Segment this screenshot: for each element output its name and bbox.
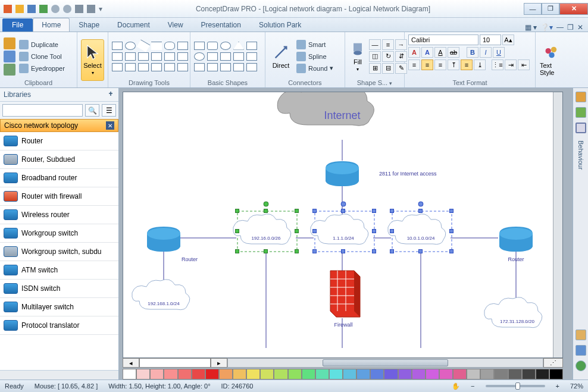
- tab-presentation[interactable]: Presentation: [192, 18, 250, 32]
- styles-icon[interactable]: [576, 107, 586, 118]
- pin-icon[interactable]: [107, 90, 115, 99]
- hscrollbar[interactable]: [227, 358, 543, 368]
- color-swatch[interactable]: [508, 369, 522, 380]
- save-icon[interactable]: [39, 5, 48, 13]
- font-family-select[interactable]: [408, 35, 478, 45]
- copy-icon[interactable]: [4, 51, 15, 62]
- library-scrollbar[interactable]: [0, 370, 118, 380]
- color-swatch[interactable]: [536, 369, 549, 380]
- color-swatch[interactable]: [453, 369, 467, 380]
- firewall[interactable]: [330, 271, 360, 317]
- behaviour-icon[interactable]: [576, 123, 586, 133]
- fill-button[interactable]: Fill▾: [349, 36, 367, 77]
- library-options-button[interactable]: ☰: [102, 104, 116, 117]
- color-swatch[interactable]: [467, 369, 480, 380]
- snap-icon[interactable]: [87, 5, 95, 13]
- color-swatch[interactable]: [439, 369, 453, 380]
- undo-icon[interactable]: [51, 5, 60, 13]
- doc-restore-button[interactable]: ❐: [567, 23, 574, 32]
- spline-connector-button[interactable]: Spline: [295, 51, 334, 62]
- router-left[interactable]: [147, 227, 180, 252]
- list-item[interactable]: Wireless router: [0, 206, 118, 224]
- color-swatch[interactable]: [192, 369, 205, 380]
- outdent-button[interactable]: ⇤: [518, 59, 530, 70]
- grid-icon[interactable]: [75, 5, 83, 13]
- list-item[interactable]: Router with firewall: [0, 187, 118, 206]
- close-category-button[interactable]: ✕: [106, 121, 114, 130]
- close-button[interactable]: ✕: [559, 3, 588, 15]
- strike-button[interactable]: ab: [448, 47, 459, 58]
- color-swatch[interactable]: [494, 369, 508, 380]
- grow-font-button[interactable]: A▴: [502, 35, 514, 45]
- duplicate-button[interactable]: Duplicate: [18, 39, 66, 50]
- color-swatch[interactable]: [164, 369, 177, 380]
- list-item[interactable]: Router: [0, 132, 118, 150]
- valign-bot-button[interactable]: ⤓: [474, 59, 486, 70]
- list-item[interactable]: Broadband router: [0, 169, 118, 187]
- highlight-button[interactable]: A: [421, 47, 433, 58]
- color-swatch[interactable]: [549, 369, 563, 380]
- text-style-button[interactable]: Text Style: [539, 39, 564, 81]
- maximize-button[interactable]: ❐: [542, 3, 559, 15]
- layers-icon[interactable]: [576, 92, 586, 102]
- list-item[interactable]: Protocol translator: [0, 316, 118, 335]
- file-tab[interactable]: File: [2, 18, 33, 32]
- color-swatch[interactable]: [246, 369, 260, 380]
- color-swatch[interactable]: [205, 369, 219, 380]
- list-item[interactable]: Router, Subdued: [0, 150, 118, 169]
- tab-solution-park[interactable]: Solution Park: [250, 18, 310, 32]
- page-tab[interactable]: [139, 358, 211, 368]
- list-item[interactable]: Workgroup switch, subdu: [0, 243, 118, 261]
- line-style-button[interactable]: —: [369, 39, 381, 50]
- zoom-out-button[interactable]: −: [471, 382, 474, 390]
- internet-cloud[interactable]: Internet: [277, 92, 374, 126]
- options-icon[interactable]: ▦ ▾: [525, 23, 537, 32]
- list-item[interactable]: ATM switch: [0, 261, 118, 280]
- window-icon[interactable]: [576, 345, 586, 356]
- color-swatch[interactable]: [343, 369, 356, 380]
- doc-close-button[interactable]: ✕: [577, 23, 583, 32]
- help-icon[interactable]: ❔▾: [540, 23, 553, 32]
- list-item[interactable]: Multilayer switch: [0, 298, 118, 316]
- shadow-button[interactable]: ◫: [369, 51, 381, 62]
- select-tool-button[interactable]: Select▾: [81, 39, 104, 81]
- tab-shape[interactable]: Shape: [70, 18, 108, 32]
- color-swatch[interactable]: [260, 369, 274, 380]
- canvas[interactable]: Internet 2811 for Internet access Router: [123, 92, 563, 358]
- brush-icon[interactable]: [576, 330, 586, 340]
- color-swatch[interactable]: [412, 369, 426, 380]
- color-swatch[interactable]: [219, 369, 233, 380]
- color-swatch[interactable]: [136, 369, 150, 380]
- tab-document[interactable]: Document: [108, 18, 159, 32]
- color-swatch[interactable]: [329, 369, 343, 380]
- smart-connector-button[interactable]: Smart: [295, 39, 334, 50]
- bold-button[interactable]: B: [467, 47, 478, 58]
- zoom-in-button[interactable]: +: [556, 382, 559, 390]
- list-item[interactable]: Workgroup switch: [0, 224, 118, 243]
- list-item[interactable]: ISDN switch: [0, 280, 118, 298]
- italic-button[interactable]: I: [480, 47, 492, 58]
- line-weight-button[interactable]: ≡: [382, 39, 394, 50]
- underline-btn2[interactable]: A: [434, 47, 446, 58]
- pan-icon[interactable]: ✋: [452, 382, 460, 390]
- page-tab-next[interactable]: ▸: [211, 358, 227, 368]
- library-category[interactable]: Cisco network topology ✕: [0, 119, 118, 132]
- open-icon[interactable]: [27, 5, 36, 13]
- color-swatch[interactable]: [356, 369, 370, 380]
- basic-shapes-grid[interactable]: [194, 42, 257, 71]
- clone-tool-button[interactable]: Clone Tool: [18, 51, 66, 62]
- resize-grip[interactable]: ⋰: [543, 358, 563, 368]
- color-swatch[interactable]: [302, 369, 315, 380]
- doc-minimize-button[interactable]: —: [556, 23, 564, 32]
- zoom-thumb[interactable]: [515, 382, 520, 390]
- cloud-net3[interactable]: 10.0.1.0.0/24: [388, 211, 452, 252]
- ungroup-button[interactable]: ⊟: [382, 63, 394, 74]
- drawing-tools-grid[interactable]: [112, 42, 188, 71]
- hscroll-thumb[interactable]: [323, 359, 449, 366]
- new-icon[interactable]: [15, 5, 24, 13]
- underline-button[interactable]: U: [493, 47, 505, 58]
- paste-icon[interactable]: [4, 64, 15, 76]
- color-swatch[interactable]: [370, 369, 384, 380]
- cloud-net2[interactable]: 1.1.1.0/24: [311, 211, 374, 252]
- color-swatch[interactable]: [123, 369, 136, 380]
